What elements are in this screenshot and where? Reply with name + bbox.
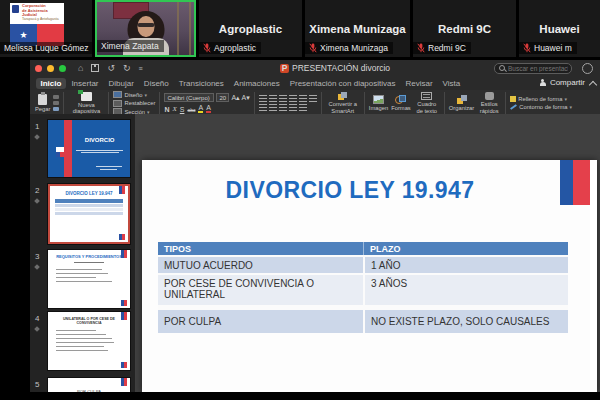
collapse-ribbon-icon[interactable] xyxy=(589,81,597,89)
muted-mic-icon xyxy=(523,43,531,53)
slide-number: 1 xyxy=(35,122,39,131)
insert-textbox-button[interactable]: Cuadro de texto xyxy=(414,92,440,113)
align-left-icon[interactable] xyxy=(259,104,267,111)
table-cell[interactable]: POR CULPA xyxy=(158,316,363,327)
home-icon[interactable]: ⌂ xyxy=(78,64,83,73)
close-button[interactable] xyxy=(35,65,42,72)
layout-button[interactable]: Diseño▾ xyxy=(113,91,155,98)
slide-thumbnail-panel: 1 DIVORCIO 2 DIVORCIO LEY 19.947 xyxy=(30,114,135,392)
slide-thumbnail-2-selected[interactable]: DIVORCIO LEY 19.947 xyxy=(48,184,130,244)
table-cell[interactable]: 1 AÑO xyxy=(363,257,568,273)
quick-access-menu-icon[interactable]: ≡ xyxy=(139,65,143,72)
tab-revisar[interactable]: Revisar xyxy=(401,78,437,89)
table-row: MUTUO ACUERDO 1 AÑO xyxy=(158,255,568,273)
powerpoint-window: ⌂ ↺ ↻ ≡ P PRESENTACIÓN divorcio Inicio I… xyxy=(30,60,600,392)
smartart-icon xyxy=(338,92,347,100)
slide-thumbnail-3[interactable]: REQUISITOS Y PROCEDIMIENTOS xyxy=(48,250,130,308)
participant-name-label: Ximena Munizaga xyxy=(305,42,393,54)
justify-icon[interactable] xyxy=(289,104,297,111)
slide-title[interactable]: DIVORCIO LEY 19.947 xyxy=(142,177,558,204)
fullscreen-button[interactable] xyxy=(59,65,66,72)
format-painter-icon[interactable] xyxy=(53,107,59,112)
muted-mic-icon xyxy=(417,43,425,53)
highlight-color-button[interactable]: A xyxy=(198,104,203,113)
font-color-button[interactable]: A xyxy=(206,104,211,113)
table-cell[interactable]: 3 AÑOS xyxy=(363,275,568,305)
underline-button[interactable]: S xyxy=(180,106,185,113)
tab-inicio[interactable]: Inicio xyxy=(36,78,66,89)
table-cell[interactable]: NO EXISTE PLAZO, SOLO CAUSALES xyxy=(363,310,568,333)
participant-tile-melissa[interactable]: Corporación de Asistencia Judicial Tarap… xyxy=(0,0,92,57)
participant-tile-huawei[interactable]: Huawei Huawei m xyxy=(519,0,600,57)
decrease-indent-icon[interactable] xyxy=(279,95,287,102)
insert-shapes-button[interactable]: Formas xyxy=(391,95,411,111)
table-header-cell[interactable]: PLAZO xyxy=(363,242,568,255)
grow-font-icon[interactable]: A▴ xyxy=(231,94,239,102)
bullets-icon[interactable] xyxy=(259,95,267,102)
new-slide-button[interactable]: Nueva diapositiva xyxy=(68,92,104,114)
document-title: P PRESENTACIÓN divorcio xyxy=(280,63,390,73)
current-slide[interactable]: DIVORCIO LEY 19.947 TIPOS PLAZO MUTUO AC… xyxy=(142,160,597,392)
align-center-icon[interactable] xyxy=(269,104,277,111)
slide-number: 3 xyxy=(35,252,39,261)
tab-transiciones[interactable]: Transiciones xyxy=(174,78,228,89)
shape-outline-button[interactable]: Contorno de forma▾ xyxy=(510,104,572,110)
table-row: POR CULPA NO EXISTE PLAZO, SOLO CAUSALES xyxy=(158,305,568,333)
columns-icon[interactable] xyxy=(299,104,307,111)
caj-logo-mini xyxy=(56,147,64,157)
table-header-cell[interactable]: TIPOS xyxy=(158,244,363,254)
slide-thumbnail-1[interactable]: DIVORCIO xyxy=(48,120,130,177)
insert-image-button[interactable]: Imagen xyxy=(369,95,388,111)
table-cell[interactable]: POR CESE DE CONVIVENCIA O UNILATERAL xyxy=(158,275,363,300)
transition-indicator-icon xyxy=(34,134,40,140)
participant-tile-ximena-zapata[interactable]: Ximena Zapata xyxy=(95,0,196,57)
participant-tile-agroplastic[interactable]: Agroplastic Agroplastic xyxy=(199,0,302,57)
redo-icon[interactable]: ↻ xyxy=(123,64,131,73)
convert-smartart-button[interactable]: Convertir a SmartArt xyxy=(326,92,360,113)
textbox-icon xyxy=(421,92,432,100)
tab-insertar[interactable]: Insertar xyxy=(67,78,103,89)
minimize-button[interactable] xyxy=(47,65,54,72)
share-button[interactable]: Compartir xyxy=(539,78,585,87)
bold-button[interactable]: N xyxy=(164,106,169,113)
tab-vista[interactable]: Vista xyxy=(438,78,465,89)
align-right-icon[interactable] xyxy=(279,104,287,111)
account-icon[interactable] xyxy=(582,63,593,74)
save-icon[interactable] xyxy=(91,64,99,72)
participant-tile-ximena-munizaga[interactable]: Ximena Munizaga Ximena Munizaga xyxy=(305,0,410,57)
search-box[interactable] xyxy=(494,63,572,74)
paste-button[interactable]: Pegar xyxy=(35,94,50,112)
slide-thumbnail-4[interactable]: UNILATERAL O POR CESE DE CONVIVENCIA xyxy=(48,312,130,370)
tab-presentacion[interactable]: Presentación con diapositivas xyxy=(285,78,400,89)
line-spacing-icon[interactable] xyxy=(299,95,307,102)
search-input[interactable] xyxy=(508,65,568,72)
brand-blue-bar xyxy=(560,160,573,205)
powerpoint-app-icon: P xyxy=(280,64,289,73)
reset-button[interactable]: Restablecer xyxy=(113,100,155,107)
shape-fill-button[interactable]: Relleno de forma▾ xyxy=(510,96,572,102)
table-cell[interactable]: MUTUO ACUERDO xyxy=(158,260,363,271)
tab-diseno[interactable]: Diseño xyxy=(139,78,173,89)
italic-button[interactable]: X xyxy=(172,106,176,113)
undo-icon[interactable]: ↺ xyxy=(107,64,115,73)
participant-name-label: Ximena Zapata xyxy=(97,40,164,52)
slide-editor-canvas[interactable]: DIVORCIO LEY 19.947 TIPOS PLAZO MUTUO AC… xyxy=(135,114,600,392)
tab-animaciones[interactable]: Animaciones xyxy=(229,78,284,89)
video-gallery-strip: Corporación de Asistencia Judicial Tarap… xyxy=(0,0,600,57)
copy-icon[interactable] xyxy=(53,101,59,106)
font-name-box[interactable]: Calibri (Cuerpo) xyxy=(164,93,214,102)
strikethrough-button[interactable]: abc xyxy=(187,108,195,113)
quick-styles-button[interactable]: Estilos rápidos xyxy=(477,92,501,113)
arrange-button[interactable]: Organizar xyxy=(449,95,474,111)
numbering-icon[interactable] xyxy=(269,95,277,102)
cut-icon[interactable] xyxy=(53,95,59,100)
shrink-font-icon[interactable]: A▾ xyxy=(242,94,250,102)
participant-tile-redmi[interactable]: Redmi 9C Redmi 9C xyxy=(413,0,516,57)
text-direction-icon[interactable] xyxy=(309,95,317,102)
tab-dibujar[interactable]: Dibujar xyxy=(104,78,138,89)
increase-indent-icon[interactable] xyxy=(289,95,297,102)
slide-thumbnail-5[interactable]: POR CULPA xyxy=(48,378,130,392)
font-size-box[interactable]: 20 xyxy=(216,93,229,102)
workspace: 1 DIVORCIO 2 DIVORCIO LEY 19.947 xyxy=(30,114,600,392)
slide-table[interactable]: TIPOS PLAZO MUTUO ACUERDO 1 AÑO POR CESE… xyxy=(158,242,568,333)
